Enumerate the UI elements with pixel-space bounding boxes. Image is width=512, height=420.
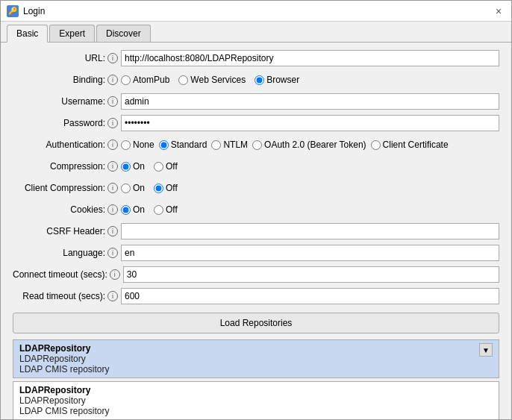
auth-none-radio[interactable]: [121, 140, 131, 150]
csrf-input[interactable]: [121, 223, 499, 239]
url-info-icon[interactable]: i: [107, 53, 118, 63]
auth-ntlm[interactable]: NTLM: [211, 140, 248, 150]
username-control: [121, 93, 499, 110]
client-compression-on[interactable]: On: [121, 183, 145, 193]
csrf-label: CSRF Header: i: [13, 226, 121, 236]
client-compression-off-radio[interactable]: [154, 184, 163, 193]
repository-dropdown-text: LDAPRepository LDAPRepository LDAP CMIS …: [19, 343, 110, 374]
binding-label: Binding: i: [13, 75, 121, 85]
password-control: [121, 115, 499, 131]
compression-options: On Off: [121, 161, 499, 172]
auth-row: Authentication: i None Standard NTLM: [13, 137, 499, 153]
dropdown-arrow-icon[interactable]: ▼: [479, 343, 493, 357]
client-compression-info-icon[interactable]: i: [107, 183, 118, 193]
cookies-off-radio[interactable]: [154, 205, 163, 215]
read-timeout-info-icon[interactable]: i: [107, 291, 118, 301]
auth-none[interactable]: None: [121, 140, 154, 150]
cookies-info-icon[interactable]: i: [107, 204, 118, 215]
password-info-icon[interactable]: i: [107, 118, 118, 128]
csrf-row: CSRF Header: i: [13, 223, 499, 239]
binding-browser-radio[interactable]: [255, 75, 264, 85]
client-compression-options: On Off: [121, 183, 499, 193]
binding-webservices[interactable]: Web Services: [178, 75, 246, 85]
language-control: [121, 245, 499, 261]
csrf-control: [121, 223, 499, 239]
title-bar: 🔑 Login ×: [1, 1, 511, 22]
username-info-icon[interactable]: i: [107, 96, 118, 107]
compression-off[interactable]: Off: [154, 161, 178, 172]
tab-bar: Basic Expert Discover: [1, 22, 511, 43]
binding-info-icon[interactable]: i: [107, 75, 118, 85]
auth-cert[interactable]: Client Certificate: [371, 140, 449, 150]
repository-dropdown-header: LDAPRepository LDAPRepository LDAP CMIS …: [13, 340, 499, 377]
client-compression-label: Client Compression: i: [13, 183, 121, 193]
auth-label: Authentication: i: [13, 140, 121, 150]
auth-ntlm-radio[interactable]: [211, 140, 221, 150]
username-row: Username: i: [13, 93, 499, 110]
auth-oauth-radio[interactable]: [252, 140, 262, 150]
connect-timeout-info-icon[interactable]: i: [110, 269, 120, 280]
compression-on[interactable]: On: [121, 161, 145, 172]
binding-options: AtomPub Web Services Browser: [121, 75, 499, 85]
auth-standard-radio[interactable]: [159, 140, 169, 150]
repository-item-content: LDAPRepository LDAPRepository LDAP CMIS …: [13, 382, 499, 419]
tab-discover[interactable]: Discover: [96, 25, 151, 42]
binding-atompub[interactable]: AtomPub: [121, 75, 169, 85]
cookies-on[interactable]: On: [121, 204, 145, 215]
cookies-on-radio[interactable]: [121, 205, 131, 215]
read-timeout-control: [121, 288, 499, 304]
tab-basic[interactable]: Basic: [7, 25, 48, 43]
language-info-icon[interactable]: i: [107, 248, 118, 258]
load-repositories-button[interactable]: Load Repositories: [13, 313, 499, 333]
connect-timeout-control: [123, 266, 499, 283]
auth-cert-radio[interactable]: [371, 140, 381, 150]
password-input[interactable]: [121, 115, 499, 131]
connect-timeout-input[interactable]: [123, 266, 499, 283]
connect-timeout-row: Connect timeout (secs): i: [13, 266, 499, 283]
tab-expert[interactable]: Expert: [49, 25, 95, 42]
cookies-row: Cookies: i On Off: [13, 201, 499, 218]
compression-label: Compression: i: [13, 161, 121, 172]
connect-timeout-label: Connect timeout (secs): i: [13, 269, 123, 280]
read-timeout-input[interactable]: [121, 288, 499, 304]
language-label: Language: i: [13, 248, 121, 258]
read-timeout-label: Read timeout (secs): i: [13, 291, 121, 301]
csrf-info-icon[interactable]: i: [107, 226, 118, 236]
title-bar-left: 🔑 Login: [7, 5, 45, 17]
repository-item[interactable]: LDAPRepository LDAPRepository LDAP CMIS …: [13, 381, 499, 419]
binding-webservices-radio[interactable]: [178, 75, 188, 85]
password-row: Password: i: [13, 115, 499, 131]
binding-browser[interactable]: Browser: [255, 75, 299, 85]
auth-standard[interactable]: Standard: [159, 140, 207, 150]
form-content: URL: i Binding: i AtomPub Web Services: [1, 43, 511, 419]
username-input[interactable]: [121, 93, 499, 110]
window-icon: 🔑: [7, 5, 19, 17]
client-compression-row: Client Compression: i On Off: [13, 180, 499, 196]
url-input[interactable]: [121, 50, 499, 66]
binding-row: Binding: i AtomPub Web Services Browser: [13, 72, 499, 88]
cookies-options: On Off: [121, 204, 499, 215]
url-row: URL: i: [13, 50, 499, 66]
repository-dropdown[interactable]: LDAPRepository LDAPRepository LDAP CMIS …: [13, 339, 499, 378]
url-control: [121, 50, 499, 66]
compression-info-icon[interactable]: i: [107, 161, 118, 172]
password-label: Password: i: [13, 118, 121, 128]
compression-on-radio[interactable]: [121, 162, 131, 172]
language-row: Language: i: [13, 245, 499, 261]
url-label: URL: i: [13, 53, 121, 63]
login-window: 🔑 Login × Basic Expert Discover URL: i B…: [0, 0, 512, 420]
compression-row: Compression: i On Off: [13, 158, 499, 175]
read-timeout-row: Read timeout (secs): i: [13, 288, 499, 304]
auth-info-icon[interactable]: i: [107, 140, 118, 150]
client-compression-off[interactable]: Off: [154, 183, 178, 193]
auth-oauth[interactable]: OAuth 2.0 (Bearer Token): [252, 140, 366, 150]
client-compression-on-radio[interactable]: [121, 184, 131, 193]
binding-atompub-radio[interactable]: [121, 75, 131, 85]
cookies-off[interactable]: Off: [154, 204, 178, 215]
auth-options: None Standard NTLM OAuth 2.0 (Bearer Tok…: [121, 140, 499, 150]
language-input[interactable]: [121, 245, 499, 261]
close-button[interactable]: ×: [492, 4, 505, 18]
window-title: Login: [23, 6, 45, 16]
cookies-label: Cookies: i: [13, 204, 121, 215]
compression-off-radio[interactable]: [154, 162, 163, 172]
